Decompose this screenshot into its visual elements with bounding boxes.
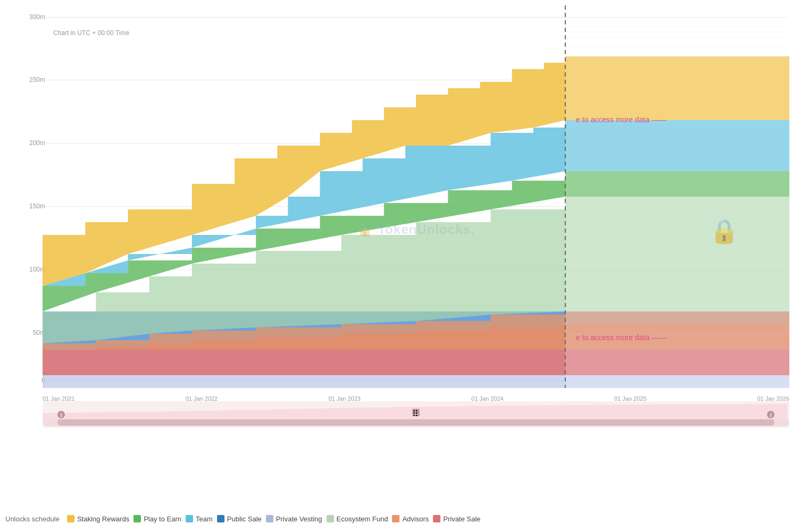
legend-item-private-sale: Private Sale: [433, 515, 480, 523]
scrollbar-area[interactable]: ‖ ‖ ⠿: [43, 401, 789, 428]
legend-color-private-vesting: [266, 515, 273, 522]
legend-item-advisors: Advisors: [392, 515, 429, 523]
legend-item-play-to-earn: Play to Earn: [134, 515, 181, 523]
legend-label-ecosystem-fund: Ecosystem Fund: [337, 515, 388, 523]
scroll-left-handle[interactable]: ‖: [57, 411, 65, 418]
blur-message-bottom: e to access more data ——: [576, 333, 667, 342]
legend-item-staking: Staking Rewards: [67, 515, 129, 523]
main-chart-svg: Today: [43, 5, 789, 388]
legend-label-private-sale: Private Sale: [443, 515, 480, 523]
legend-label-staking: Staking Rewards: [77, 515, 129, 523]
legend-label-private-vesting: Private Vesting: [276, 515, 322, 523]
legend-label-advisors: Advisors: [402, 515, 429, 523]
legend-color-play-to-earn: [134, 515, 141, 522]
legend-item-team: Team: [186, 515, 213, 523]
legend-title: Unlocks schedule: [5, 515, 60, 523]
scrollbar-track[interactable]: [43, 419, 789, 426]
blur-message-top: e to access more data ——: [576, 115, 667, 124]
legend-item-private-vesting: Private Vesting: [266, 515, 322, 523]
legend-color-staking: [67, 515, 74, 522]
legend-item-ecosystem-fund: Ecosystem Fund: [327, 515, 388, 523]
legend-item-public-sale: Public Sale: [217, 515, 262, 523]
legend-color-private-sale: [433, 515, 440, 522]
legend-color-public-sale: [217, 515, 224, 522]
legend-label-play-to-earn: Play to Earn: [144, 515, 181, 523]
legend-color-advisors: [392, 515, 399, 522]
legend-label-public-sale: Public Sale: [227, 515, 262, 523]
scroll-center-handle[interactable]: ⠿: [412, 409, 420, 416]
scroll-right-handle[interactable]: ‖: [767, 411, 774, 418]
lock-icon-main: 🔒: [710, 217, 739, 245]
legend-label-team: Team: [196, 515, 213, 523]
legend-color-ecosystem-fund: [327, 515, 334, 522]
watermark: 🔒 TokenUnlocks.: [357, 222, 474, 237]
legend: Unlocks schedule Staking Rewards Play to…: [0, 508, 800, 529]
legend-color-team: [186, 515, 193, 522]
chart-container: 300m 250m 200m 150m 100m 50m 0 Chart in …: [0, 0, 800, 532]
scrollbar-thumb[interactable]: [57, 419, 774, 426]
